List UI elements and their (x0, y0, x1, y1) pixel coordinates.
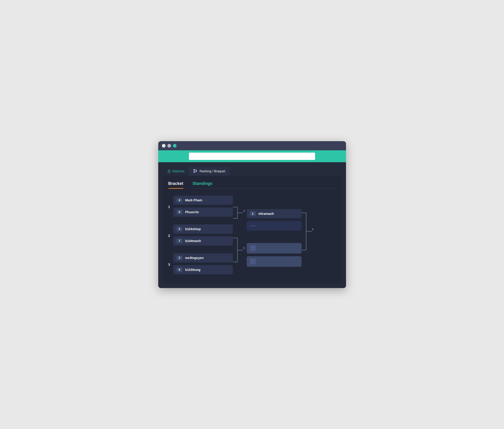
player-name: ettramanh (259, 212, 274, 216)
match-card[interactable]: 6 b103ttung (173, 265, 233, 274)
player-name: PhuocVo (185, 210, 199, 214)
round2-column: 1 ettramanh (247, 200, 302, 271)
svg-rect-4 (196, 171, 197, 172)
match-card-empty[interactable] (247, 256, 302, 267)
svg-rect-3 (196, 170, 197, 171)
group-1-matches: 4 Mark Pham 5 PhuocVo (173, 196, 233, 218)
seed-badge-empty (250, 225, 256, 227)
seed-badge: 7 (177, 239, 182, 243)
seed-badge: 1 (250, 211, 256, 216)
svg-text:4: 4 (243, 209, 245, 212)
list-icon: ☰ (167, 169, 171, 174)
minimize-button[interactable] (167, 144, 171, 148)
match-card[interactable]: 7 b104manh (173, 236, 233, 245)
tab-matches-label: Matches (172, 169, 185, 173)
match-card[interactable]: 3 we3tnguyen (173, 253, 233, 263)
player-name: b104manh (185, 239, 201, 243)
group-2-row: 2 2 b104xhiep 7 b104manh (168, 224, 233, 247)
sub-tab-bracket[interactable]: Bracket (168, 181, 183, 188)
match-card[interactable]: 5 PhuocVo (173, 208, 233, 217)
group-2-label: 2 (168, 234, 173, 237)
seed-badge: 3 (177, 255, 182, 260)
browser-toolbar (158, 150, 346, 162)
tab-matches[interactable]: ☰ Matches (163, 167, 189, 176)
tab-ranking[interactable]: Ranking / Braquet (189, 167, 230, 176)
sub-tab-bar: Bracket Standings (168, 181, 336, 189)
browser-content: ☰ Matches Ranking / Braque (158, 162, 346, 288)
svg-text:5: 5 (243, 247, 245, 249)
player-name: Mark Pham (185, 198, 202, 202)
match-card-empty[interactable] (247, 221, 302, 231)
seed-badge: 5 (177, 210, 182, 214)
seed-badge-empty (250, 245, 256, 251)
connector-svg-r1-r2: 4 5 (233, 200, 247, 271)
seed-badge: 2 (177, 227, 182, 231)
close-button[interactable] (162, 144, 166, 148)
match-card[interactable]: 2 b104xhiep (173, 224, 233, 234)
player-name: b104xhiep (185, 227, 201, 231)
seed-badge: 4 (177, 198, 182, 202)
tab-bar: ☰ Matches Ranking / Braque (163, 167, 342, 176)
group-3-matches: 3 we3tnguyen 6 b103ttung (173, 253, 233, 276)
bracket-area: 1 4 Mark Pham 5 PhuocVo (168, 193, 336, 278)
round2-match-5 (247, 243, 302, 267)
browser-window: ☰ Matches Ranking / Braque (158, 141, 346, 288)
sub-tab-standings[interactable]: Standings (193, 181, 213, 188)
tab-ranking-label: Ranking / Braquet (199, 169, 225, 173)
player-name: we3tnguyen (185, 256, 204, 260)
address-bar[interactable] (189, 153, 315, 160)
svg-rect-1 (193, 170, 195, 171)
group-3-row: 3 3 we3tnguyen 6 b103ttung (168, 253, 233, 276)
main-panel: Bracket Standings 1 4 Mark (163, 176, 342, 283)
seed-badge: 6 (177, 267, 182, 272)
group-1-label: 1 (168, 205, 173, 209)
svg-rect-2 (193, 172, 195, 173)
seed-badge-empty (250, 259, 256, 264)
match-card[interactable]: 1 ettramanh (247, 209, 302, 218)
browser-titlebar (158, 141, 346, 150)
match-card[interactable]: 4 Mark Pham (173, 196, 233, 205)
group-1-row: 1 4 Mark Pham 5 PhuocVo (168, 196, 233, 218)
svg-text:6: 6 (312, 228, 314, 231)
match-card-empty[interactable] (247, 243, 302, 254)
bracket-icon (193, 169, 198, 174)
svg-rect-0 (193, 169, 195, 170)
round2-match-4: 1 ettramanh (247, 209, 302, 232)
group-2-matches: 2 b104xhiep 7 b104manh (173, 224, 233, 247)
round1-column: 1 4 Mark Pham 5 PhuocVo (168, 196, 233, 276)
maximize-button[interactable] (173, 144, 177, 148)
player-name: b103ttung (185, 268, 201, 271)
connector-svg-r2-final: 6 (302, 200, 315, 271)
group-3-label: 3 (168, 263, 173, 266)
